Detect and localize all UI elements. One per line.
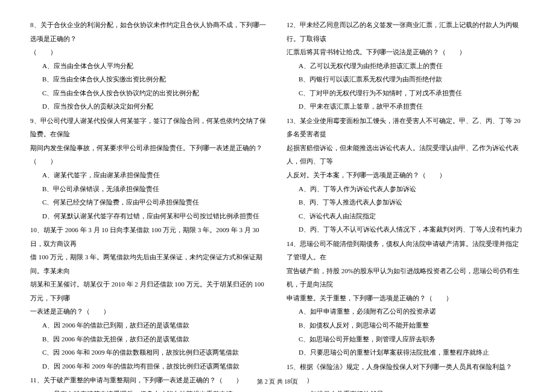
q13-opt-c: C、诉讼代表人由法院指定 xyxy=(299,209,525,223)
q15-opt-a: A、与投保人关系密切的邻居 xyxy=(299,387,525,392)
q9-opt-b: B、甲公司承保错误，无须承担保险责任 xyxy=(42,182,268,196)
q13-stem-line1: 13、某企业使用霉变面粉加工馒头，潜在受害人不可确定。甲、乙、丙、丁等 20 多… xyxy=(287,114,525,141)
q9-stem-line2: 期间内发生保险事故，何某要求甲公司承担保险责任。下列哪一表述是正确的？（ ） xyxy=(30,141,268,168)
q10-opt-a: A、因 2006 年的借款已到期，故归还的是该笔借款 xyxy=(42,318,268,332)
q14-opt-c: C、如思瑞公司开始重整，则管理人应辞去职务 xyxy=(299,332,525,346)
q8-opt-a: A、应当由全体合伙人平均分配 xyxy=(42,59,268,73)
left-column: 8、关于合伙企业的利润分配，如合伙协议未作约定且合伙人协商不成，下列哪一选项是正… xyxy=(30,18,268,362)
question-13: 13、某企业使用霉变面粉加工馒头，潜在受害人不可确定。甲、乙、丙、丁等 20 多… xyxy=(287,114,525,236)
q8-stem: 8、关于合伙企业的利润分配，如合伙协议未作约定且合伙人协商不成，下列哪一选项是正… xyxy=(30,18,268,45)
q12-opt-a: A、乙可以无权代理为由拒绝承担该汇票上的责任 xyxy=(299,59,525,73)
q11-opt-a: A、只有在破产清算申请受理后，债务人才能向法院提出重整申请 xyxy=(42,387,268,392)
q13-opt-a: A、丙、丁等人作为诉讼代表人参加诉讼 xyxy=(299,182,525,196)
q10-stem-line1: 10、胡某于 2006 年 3 月 10 日向李某借款 100 万元，期限 3 … xyxy=(30,223,268,250)
q10-stem-line2: 借 100 万元，期限 3 年。两笔借款均先后由王某保证，未约定保证方式和保证期… xyxy=(30,250,268,277)
q14-stem-line3: 申请重整。关于重整，下列哪一选项是正确的？（ ） xyxy=(287,291,525,305)
q9-opt-d: D、何某默认谢某代签字存有过错，应由何某和甲公司按过错比例承担责任 xyxy=(42,209,268,223)
q10-opt-d: D、因 2006 年和 2009 年的借款均有担保，故按比例归还该两笔借款 xyxy=(42,359,268,373)
q9-opt-c: C、何某已经交纳了保险费，应由甲公司承担保险责任 xyxy=(42,195,268,209)
q8-opt-b: B、应当由全体合伙人按实缴出资比例分配 xyxy=(42,72,268,86)
question-10: 10、胡某于 2006 年 3 月 10 日向李某借款 100 万元，期限 3 … xyxy=(30,223,268,373)
question-9: 9、甲公司代理人谢某代投保人何某签字，签订了保险合同，何某也依约交纳了保险费。在… xyxy=(30,114,268,223)
q10-stem-line4: 一表述是正确的？（ ） xyxy=(30,305,268,318)
q9-opt-a: A、谢某代签字，应由谢某承担保险责任 xyxy=(42,168,268,182)
q12-stem-line2: 汇票后将其背书转让给戊。下列哪一说法是正确的？（ ） xyxy=(287,45,525,59)
q10-opt-b: B、因 2006 年的借款无担保，故归还的是该笔借款 xyxy=(42,332,268,346)
q14-opt-a: A、如甲申请重整，必须附有乙公司的投资承诺 xyxy=(299,305,525,318)
q13-stem-line3: 人反对。关于本案，下列哪一选项是正确的？（ ） xyxy=(287,168,525,182)
q13-opt-b: B、丙、丁等人推选代表人参加诉讼 xyxy=(299,195,525,209)
q9-stem-line1: 9、甲公司代理人谢某代投保人何某签字，签订了保险合同，何某也依约交纳了保险费。在… xyxy=(30,114,268,141)
question-14: 14、思瑞公司不能清偿到期债务，债权人向法院申请破产清算。法院受理并指定了管理人… xyxy=(287,237,525,359)
q8-opt-c: C、应当由全体合伙人按合伙协议约定的出资比例分配 xyxy=(42,86,268,100)
q8-paren: （ ） xyxy=(30,45,268,59)
question-8: 8、关于合伙企业的利润分配，如合伙协议未作约定且合伙人协商不成，下列哪一选项是正… xyxy=(30,18,268,113)
question-12: 12、甲未经乙同意而以乙的名义签发一张商业汇票，汇票上记载的付款人为丙银行。丁取… xyxy=(287,18,525,113)
q8-opt-d: D、应当按合伙人的贡献决定如何分配 xyxy=(42,100,268,113)
q14-opt-b: B、如债权人反对，则思瑞公司不能开始重整 xyxy=(299,318,525,332)
q14-stem-line1: 14、思瑞公司不能清偿到期债务，债权人向法院申请破产清算。法院受理并指定了管理人… xyxy=(287,237,525,264)
q10-opt-c: C、因 2006 年和 2009 年的借款数额相同，故按比例归还该两笔借款 xyxy=(42,346,268,359)
question-15: 15、根据《保险法》规定，人身保险投保人对下列哪一类人员具有保险利益？（ ） A… xyxy=(287,360,525,392)
q13-stem-line2: 起损害赔偿诉讼，但未能推选出诉讼代表人。法院受理认由甲、乙作为诉讼代表人，但丙、… xyxy=(287,141,525,168)
q12-opt-c: C、丁对甲的无权代理行为不知情时，丁对戊不承担责任 xyxy=(299,86,525,100)
q12-stem-line1: 12、甲未经乙同意而以乙的名义签发一张商业汇票，汇票上记载的付款人为丙银行。丁取… xyxy=(287,18,525,45)
page-footer: 第 2 页 共 18 页 xyxy=(0,378,555,386)
right-column: 12、甲未经乙同意而以乙的名义签发一张商业汇票，汇票上记载的付款人为丙银行。丁取… xyxy=(287,18,525,362)
q12-opt-b: B、丙银行可以该汇票系无权代理为由而拒绝付款 xyxy=(299,72,525,86)
q14-stem-line2: 宣告破产前，持股 20%的股东甲认为如引进战略投资者乙公司，思瑞公司仍有生机，于… xyxy=(287,264,525,291)
q14-opt-d: D、只要思瑞公司的重整计划草案获得法院批准，重整程序就终止 xyxy=(299,346,525,359)
q10-stem-line3: 胡某和王某催讨。胡某仅于 2010 年 2 月归还借款 100 万元。关于胡某归… xyxy=(30,277,268,305)
page-columns: 8、关于合伙企业的利润分配，如合伙协议未作约定且合伙人协商不成，下列哪一选项是正… xyxy=(30,18,525,362)
q12-opt-d: D、甲未在该汇票上签章，故甲不承担责任 xyxy=(299,100,525,113)
q13-opt-d: D、丙、丁等人不认可诉讼代表人情况下，本案裁判对丙、丁等人没有约束力 xyxy=(299,223,525,236)
